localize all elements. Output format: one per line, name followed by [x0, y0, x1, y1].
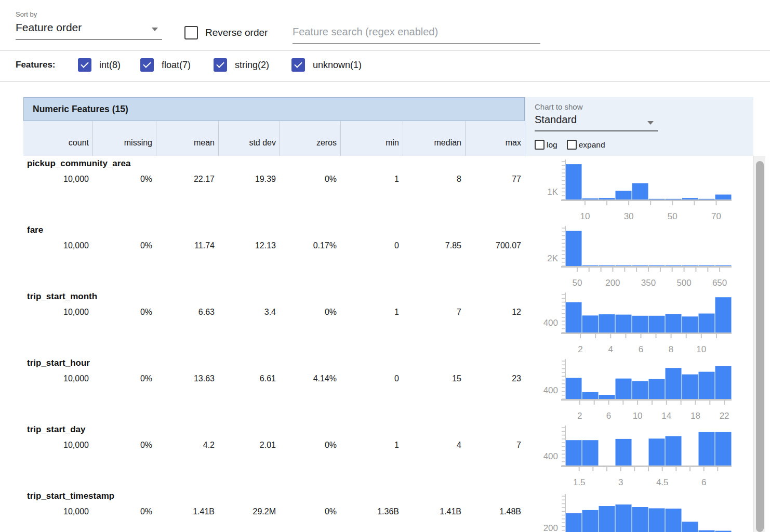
stat-count: 10,000: [23, 175, 92, 184]
stat-count: 10,000: [23, 374, 92, 383]
expand-checkbox[interactable]: [567, 140, 577, 150]
chart-to-show-label: Chart to show: [535, 102, 583, 111]
svg-text:50: 50: [572, 278, 582, 288]
reverse-order-checkbox[interactable]: [184, 26, 198, 39]
svg-text:6: 6: [606, 411, 611, 421]
stat-std-dev: 2.01: [218, 441, 280, 450]
feature-type-checkbox[interactable]: [78, 58, 91, 72]
svg-text:30: 30: [624, 211, 634, 221]
feature-search: [293, 23, 540, 44]
stat-count: 10,000: [23, 441, 92, 450]
sort-by-select[interactable]: Feature order: [16, 18, 162, 40]
column-header-median: median: [403, 121, 465, 156]
log-label: log: [547, 140, 557, 150]
chart-controls: Chart to show Standard log expand: [525, 97, 753, 156]
histogram-chart-trip_start_day: 1.534.56400: [534, 422, 742, 488]
column-header-max: max: [465, 121, 525, 156]
stat-std-dev: 19.39: [218, 175, 280, 184]
stat-min: 1: [340, 441, 403, 450]
features-filter-row: Features: int(8)float(7)string(2)unknown…: [0, 51, 770, 82]
feature-type-label: unknown(1): [313, 60, 362, 71]
svg-text:500: 500: [676, 278, 691, 288]
stat-min: 0: [340, 241, 403, 250]
svg-text:200: 200: [543, 523, 558, 532]
svg-text:400: 400: [543, 318, 558, 328]
chart-type-select[interactable]: Standard: [535, 114, 658, 131]
stat-max: 23: [465, 374, 525, 383]
stat-count: 10,000: [23, 241, 92, 250]
svg-text:4.5: 4.5: [656, 477, 669, 487]
feature-stats: 10,0000%11.7412.130.17%07.85700.07: [23, 241, 525, 250]
column-header-mean: mean: [156, 121, 218, 156]
column-header-missing: missing: [92, 121, 156, 156]
feature-row-trip_start_hour: trip_start_hour10,0000%13.636.614.14%015…: [23, 355, 525, 422]
chart-type-value: Standard: [535, 114, 577, 125]
svg-text:2: 2: [578, 344, 582, 354]
feature-stats: 10,0000%6.633.40%1712: [23, 308, 525, 317]
svg-text:200: 200: [605, 278, 620, 288]
stat-median: 8: [403, 175, 465, 184]
sort-by-value: Feature order: [16, 21, 82, 33]
stat-min: 0: [340, 374, 403, 383]
svg-text:10: 10: [696, 344, 706, 354]
stat-std-dev: 12.13: [218, 241, 280, 250]
vertical-scrollbar-thumb[interactable]: [756, 161, 764, 532]
feature-row-trip_start_timestamp: trip_start_timestamp10,0000%1.41B29.2M0%…: [23, 488, 525, 532]
svg-text:2K: 2K: [547, 254, 558, 263]
feature-type-checkbox[interactable]: [214, 58, 227, 72]
svg-text:14: 14: [661, 411, 671, 421]
filter-int: int(8): [78, 58, 121, 72]
feature-stats: 10,0000%22.1719.390%1877: [23, 175, 525, 184]
stat-max: 77: [465, 175, 525, 184]
stat-min: 1: [340, 308, 403, 317]
feature-rows: pickup_community_area10,0000%22.1719.390…: [23, 156, 753, 532]
svg-text:1.5: 1.5: [573, 477, 586, 487]
histogram-chart-trip_start_month: 246810400: [534, 289, 742, 355]
feature-row-trip_start_month: trip_start_month10,0000%6.633.40%1712: [23, 289, 525, 355]
stat-max: 7: [465, 441, 525, 450]
stat-max: 700.07: [465, 241, 525, 250]
stat-missing: 0%: [92, 241, 156, 250]
stat-mean: 1.41B: [156, 507, 218, 516]
stat-mean: 13.63: [156, 374, 218, 383]
sort-by-label: Sort by: [16, 10, 162, 18]
log-checkbox[interactable]: [535, 140, 545, 150]
svg-text:1K: 1K: [547, 187, 558, 197]
panel-title: Numeric Features (15): [24, 104, 128, 115]
feature-stats: 10,0000%4.22.010%147: [23, 441, 525, 450]
stat-missing: 0%: [92, 308, 156, 317]
feature-type-checkbox[interactable]: [140, 58, 154, 72]
feature-stats: 10,0000%1.41B29.2M0%1.36B1.41B1.48B: [23, 507, 525, 516]
column-header-min: min: [340, 121, 403, 156]
feature-stats: 10,0000%13.636.614.14%01523: [23, 374, 525, 383]
histogram-chart-trip_start_timestamp: 200: [534, 490, 742, 532]
stat-std-dev: 6.61: [218, 374, 280, 383]
svg-text:6: 6: [701, 477, 706, 487]
column-header-zeros: zeros: [280, 121, 340, 156]
column-header-std-dev: std dev: [218, 121, 280, 156]
sort-by-group: Sort by Feature order: [16, 10, 162, 40]
histogram-chart-fare: 502003505006502K: [534, 222, 742, 289]
filter-unknown: unknown(1): [291, 58, 362, 72]
svg-text:650: 650: [712, 278, 727, 288]
vertical-scrollbar-track[interactable]: [753, 156, 765, 532]
feature-type-label: string(2): [235, 60, 269, 71]
stat-count: 10,000: [23, 507, 92, 516]
feature-row-trip_start_day: trip_start_day10,0000%4.22.010%147: [23, 422, 525, 488]
stat-zeros: 0%: [280, 441, 340, 450]
stat-zeros: 0%: [280, 308, 340, 317]
stat-mean: 11.74: [156, 241, 218, 250]
feature-search-input[interactable]: [293, 23, 540, 44]
svg-text:4: 4: [608, 344, 613, 354]
histogram-chart-trip_start_hour: 2610141822400: [534, 355, 742, 422]
stat-median: 15: [403, 374, 465, 383]
svg-text:2: 2: [577, 411, 582, 421]
stat-zeros: 0%: [280, 175, 340, 184]
feature-type-checkbox[interactable]: [291, 58, 305, 72]
svg-text:50: 50: [668, 211, 678, 221]
stat-median: 1.41B: [403, 507, 465, 516]
feature-name: trip_start_timestamp: [27, 491, 114, 501]
stat-min: 1.36B: [340, 507, 403, 516]
svg-text:3: 3: [618, 477, 623, 487]
stat-zeros: 0.17%: [280, 241, 340, 250]
